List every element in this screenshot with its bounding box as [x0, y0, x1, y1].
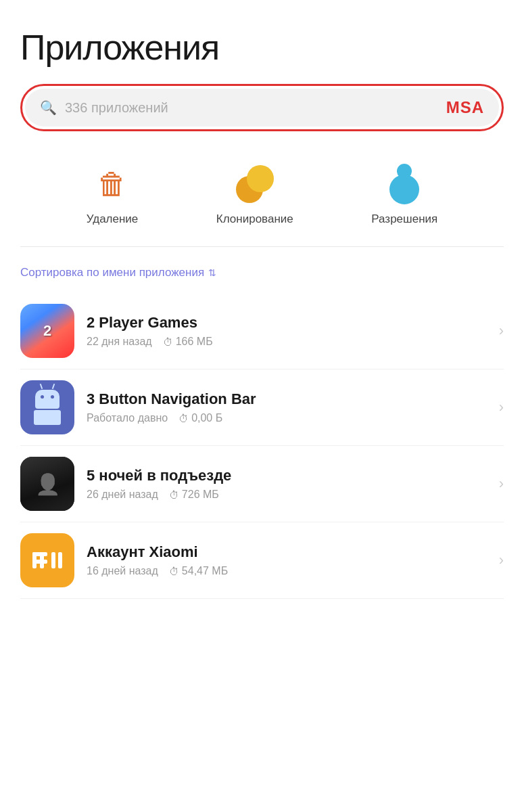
list-item[interactable]: 👤 5 ночей в подъезде 26 дней назад ⏱ 726…	[20, 446, 504, 522]
page-title: Приложения	[20, 27, 504, 68]
sort-label[interactable]: Сортировка по имени приложения ⇅	[20, 266, 504, 279]
clock-icon: ⏱	[178, 413, 189, 424]
divider	[20, 246, 504, 247]
app-name: 2 Player Games	[87, 314, 487, 332]
chevron-right-icon: ›	[499, 399, 504, 416]
search-bar[interactable]: 🔍 336 приложений MSA	[25, 89, 499, 127]
clone-icon-container	[233, 162, 277, 206]
clone-label: Клонирование	[216, 212, 293, 226]
svg-rect-4	[51, 552, 55, 568]
app-meta: 22 дня назад ⏱ 166 МБ	[87, 336, 487, 348]
quick-actions-row: 🗑 Удаление Клонирование Разрешения	[20, 156, 504, 246]
clone-action[interactable]: Клонирование	[216, 162, 293, 226]
clone-icon	[236, 165, 274, 203]
permissions-label: Разрешения	[371, 212, 437, 226]
chevron-right-icon: ›	[499, 475, 504, 493]
app-name: 3 Button Navigation Bar	[87, 390, 487, 408]
app-size: ⏱ 166 МБ	[163, 336, 213, 348]
list-item[interactable]: Аккаунт Xiaomi 16 дней назад ⏱ 54,47 МБ …	[20, 522, 504, 599]
app-time: 26 дней назад	[87, 489, 158, 501]
app-icon-3button	[20, 380, 74, 434]
trash-icon: 🗑	[97, 167, 127, 201]
app-icon-2player: 2	[20, 304, 74, 358]
svg-rect-3	[32, 560, 47, 564]
app-info-xiaomi: Аккаунт Xiaomi 16 дней назад ⏱ 54,47 МБ	[87, 543, 487, 577]
app-time: Работало давно	[87, 412, 168, 424]
trash-icon-container: 🗑	[91, 162, 134, 206]
clock-icon: ⏱	[169, 489, 179, 501]
android-robot-icon	[34, 390, 61, 425]
search-highlight-border: 🔍 336 приложений MSA	[20, 84, 504, 131]
list-item[interactable]: 2 2 Player Games 22 дня назад ⏱ 166 МБ ›	[20, 293, 504, 369]
sort-arrow-icon: ⇅	[208, 267, 216, 278]
search-msa-badge: MSA	[446, 98, 484, 117]
app-name: 5 ночей в подъезде	[87, 467, 487, 484]
app-size: ⏱ 0,00 Б	[178, 412, 222, 424]
app-meta: Работало давно ⏱ 0,00 Б	[87, 412, 487, 424]
mi-logo-icon	[31, 549, 64, 571]
app-meta: 26 дней назад ⏱ 726 МБ	[87, 489, 487, 501]
app-info-2player: 2 Player Games 22 дня назад ⏱ 166 МБ	[87, 314, 487, 348]
app-info-3button: 3 Button Navigation Bar Работало давно ⏱…	[87, 390, 487, 424]
search-placeholder: 336 приложений	[65, 100, 438, 116]
app-time: 16 дней назад	[87, 565, 158, 577]
chevron-right-icon: ›	[499, 322, 504, 340]
app-list: 2 2 Player Games 22 дня назад ⏱ 166 МБ ›	[20, 293, 504, 599]
list-item[interactable]: 3 Button Navigation Bar Работало давно ⏱…	[20, 369, 504, 446]
permissions-icon-container	[383, 162, 426, 206]
clock-icon: ⏱	[169, 566, 179, 577]
app-info-5night: 5 ночей в подъезде 26 дней назад ⏱ 726 М…	[87, 467, 487, 501]
app-meta: 16 дней назад ⏱ 54,47 МБ	[87, 565, 487, 577]
svg-rect-5	[58, 552, 62, 568]
app-time: 22 дня назад	[87, 336, 152, 348]
app-name: Аккаунт Xiaomi	[87, 543, 487, 561]
chevron-right-icon: ›	[499, 551, 504, 569]
sort-header[interactable]: Сортировка по имени приложения ⇅	[20, 261, 504, 293]
delete-action[interactable]: 🗑 Удаление	[87, 162, 139, 226]
clock-icon: ⏱	[163, 336, 173, 348]
delete-label: Удаление	[87, 212, 139, 226]
permissions-icon	[385, 164, 423, 204]
search-icon: 🔍	[40, 99, 57, 116]
permissions-action[interactable]: Разрешения	[371, 162, 437, 226]
app-size: ⏱ 726 МБ	[169, 489, 219, 501]
sort-label-text: Сортировка по имени приложения	[20, 266, 204, 279]
app-icon-5night: 👤	[20, 457, 74, 511]
app-size: ⏱ 54,47 МБ	[169, 565, 228, 577]
app-icon-xiaomi	[20, 533, 74, 587]
